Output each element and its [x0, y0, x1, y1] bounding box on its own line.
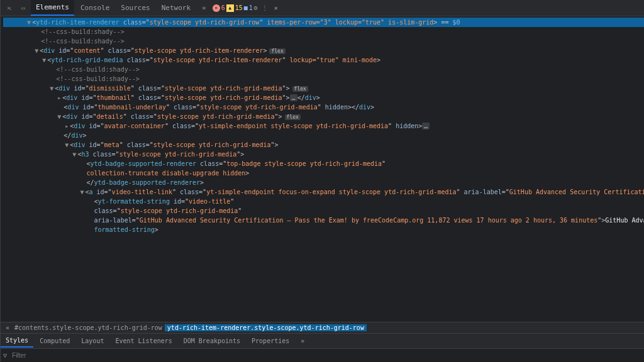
filter-input[interactable]: [12, 352, 644, 359]
tab-sources[interactable]: Sources: [116, 1, 155, 15]
more-icon[interactable]: ⋮: [262, 4, 268, 11]
breadcrumb[interactable]: « #contents.style-scope.ytd-rich-grid-ro…: [1, 322, 644, 333]
tabs-overflow[interactable]: »: [197, 1, 211, 15]
tab-styles[interactable]: Styles: [1, 334, 33, 348]
elements-tree[interactable]: ▼<ytd-rich-item-renderer class="style-sc…: [1, 16, 644, 322]
filter-icon: ▽: [3, 352, 7, 359]
close-icon[interactable]: ✕: [274, 4, 278, 11]
device-icon[interactable]: ▭: [17, 4, 30, 11]
inspect-icon[interactable]: ⇱: [3, 4, 16, 11]
error-badge[interactable]: ✕6: [213, 4, 225, 12]
tab-properties[interactable]: Properties: [247, 335, 294, 347]
tab-event-listeners[interactable]: Event Listeners: [110, 335, 177, 347]
tab-console[interactable]: Console: [75, 1, 114, 15]
devtools-panel: ⇱ ▭ Elements Console Sources Network » ✕…: [0, 0, 644, 362]
tab-computed[interactable]: Computed: [35, 335, 75, 347]
tab-network[interactable]: Network: [157, 1, 196, 15]
tab-layout[interactable]: Layout: [76, 335, 109, 347]
settings-icon[interactable]: ⚙: [254, 4, 258, 11]
devtools-tabs: ⇱ ▭ Elements Console Sources Network » ✕…: [1, 0, 644, 16]
styles-pane-tabs: Styles Computed Layout Event Listeners D…: [1, 333, 644, 348]
tab-dom-breakpoints[interactable]: DOM Breakpoints: [179, 335, 245, 347]
styles-overflow[interactable]: »: [296, 335, 309, 347]
styles-filter-bar: ▽ :hov .cls + ⊟: [1, 348, 644, 362]
info-badge[interactable]: ■1: [244, 4, 253, 11]
tab-elements[interactable]: Elements: [31, 0, 74, 16]
warning-badge[interactable]: ▲15: [226, 4, 243, 12]
